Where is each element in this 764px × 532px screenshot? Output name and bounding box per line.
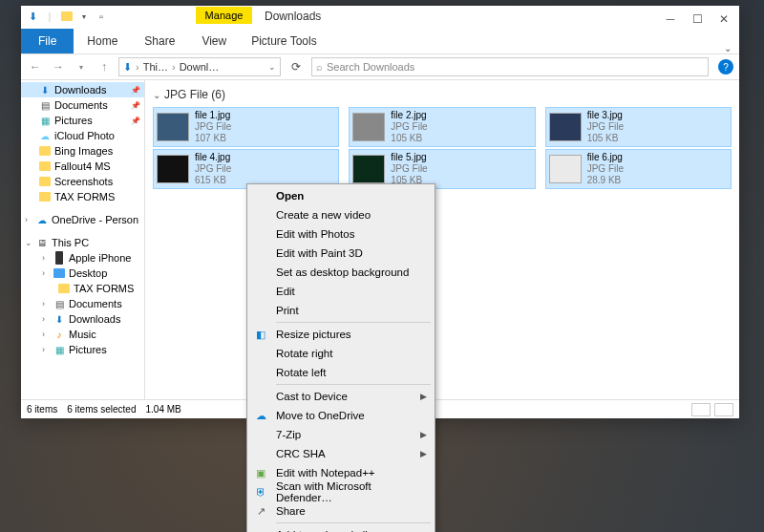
menu-item-edit-with-paint-3d[interactable]: Edit with Paint 3D [247, 244, 435, 263]
file-thumbnail [157, 113, 189, 141]
search-box[interactable]: ⌕ Search Downloads [311, 57, 709, 76]
ribbon-expand-icon[interactable]: ⌄ [716, 43, 739, 53]
menu-item-edit[interactable]: Edit [247, 282, 435, 301]
folder-icon[interactable] [59, 9, 74, 24]
sidebar-item-label: Bing Images [54, 145, 113, 157]
up-button[interactable]: ↑ [96, 58, 113, 75]
npp-icon: ▣ [253, 465, 268, 480]
onedrive-icon: ☁ [253, 408, 268, 423]
menu-item-create-a-new-video[interactable]: Create a new video [247, 205, 435, 224]
file-item[interactable]: file 1.jpgJPG File107 KB [153, 107, 339, 147]
menu-item-open[interactable]: Open [247, 186, 435, 205]
breadcrumb-item[interactable]: Thi… [143, 61, 168, 73]
sidebar-item-fallout4-ms[interactable]: Fallout4 MS [21, 159, 144, 174]
file-item[interactable]: file 3.jpgJPG File105 KB [545, 107, 732, 147]
file-size: 105 KB [587, 133, 624, 144]
chevron-icon: › [42, 299, 50, 309]
menu-item-share[interactable]: ↗Share [247, 501, 435, 521]
sidebar-item-downloads[interactable]: ›⬇Downloads [21, 311, 144, 327]
menu-item-label: Resize pictures [276, 329, 351, 340]
sidebar-item-music[interactable]: ›♪Music [21, 327, 144, 342]
context-menu: OpenCreate a new videoEdit with PhotosEd… [246, 183, 435, 532]
file-meta: file 4.jpgJPG File615 KB [195, 152, 231, 186]
chevron-down-icon: ⌄ [153, 90, 160, 100]
menu-item-label: Print [276, 305, 299, 316]
pic-icon: ▦ [38, 114, 52, 127]
qat-overflow-icon[interactable]: ＝ [94, 9, 109, 24]
sidebar-item-pictures[interactable]: ›▦Pictures [21, 342, 144, 357]
menu-item-crc-sha[interactable]: CRC SHA▶ [247, 444, 435, 463]
menu-item-rotate-left[interactable]: Rotate left [247, 363, 435, 382]
file-meta: file 2.jpgJPG File105 KB [391, 110, 427, 144]
status-size: 1.04 MB [146, 404, 181, 415]
refresh-button[interactable]: ⟳ [286, 60, 306, 74]
sidebar-item-label: Downloads [69, 313, 120, 325]
sidebar-item-onedrive[interactable]: ›☁OneDrive - Person [21, 212, 144, 227]
menu-item-set-as-desktop-background[interactable]: Set as desktop background [247, 263, 435, 282]
file-thumbnail [549, 113, 582, 141]
search-icon: ⌕ [316, 61, 323, 73]
navigation-pane: ⬇Downloads📌▤Documents📌▦Pictures📌☁iCloud … [21, 80, 145, 399]
menu-item-print[interactable]: Print [247, 301, 435, 320]
sidebar-item-documents[interactable]: ▤Documents📌 [21, 97, 144, 113]
sidebar-item-screenshots[interactable]: Screenshots [21, 174, 144, 189]
folder-icon [57, 282, 71, 295]
submenu-arrow-icon: ▶ [420, 449, 427, 458]
file-item[interactable]: file 2.jpgJPG File105 KB [349, 107, 535, 147]
menu-item-label: Set as desktop background [276, 266, 409, 278]
menu-item-cast-to-device[interactable]: Cast to Device▶ [247, 387, 435, 406]
menu-item-edit-with-notepad[interactable]: ▣Edit with Notepad++ [247, 463, 435, 482]
details-view-button[interactable] [691, 403, 711, 416]
manage-tab[interactable]: Manage [196, 7, 253, 24]
sidebar-item-documents[interactable]: ›▤Documents [21, 296, 144, 311]
sidebar-item-desktop[interactable]: ›Desktop [21, 266, 144, 281]
file-item[interactable]: file 6.jpgJPG File28.9 KB [545, 149, 732, 189]
sidebar-item-bing-images[interactable]: Bing Images [21, 143, 144, 159]
menu-item-add-to-a-shared-album[interactable]: Add to a shared album▶ [247, 525, 435, 532]
sidebar-item-tax-forms[interactable]: TAX FORMS [21, 281, 144, 296]
breadcrumb-item[interactable]: Downl… [180, 61, 220, 73]
menu-separator [276, 322, 431, 323]
tab-share[interactable]: Share [131, 29, 188, 53]
sidebar-item-pictures[interactable]: ▦Pictures📌 [21, 113, 144, 128]
menu-item-edit-with-photos[interactable]: Edit with Photos [247, 224, 435, 244]
file-size: 105 KB [391, 133, 427, 144]
menu-item-scan-with-microsoft-defender[interactable]: ⛨Scan with Microsoft Defender… [247, 482, 435, 501]
status-selected-count: 6 items selected [67, 404, 136, 415]
sidebar-item-label: Fallout4 MS [54, 160, 111, 172]
tab-home[interactable]: Home [74, 29, 131, 53]
sidebar-item-icloud-photo[interactable]: ☁iCloud Photo [21, 128, 144, 143]
sidebar-item-downloads[interactable]: ⬇Downloads📌 [21, 82, 144, 97]
menu-item-resize-pictures[interactable]: ◧Resize pictures [247, 325, 435, 344]
forward-button[interactable]: → [50, 58, 67, 75]
menu-item-label: 7-Zip [276, 429, 301, 440]
address-bar[interactable]: ⬇ › Thi… › Downl… ⌄ [118, 57, 281, 76]
maximize-button[interactable]: ☐ [684, 10, 711, 29]
doc-icon: ▤ [53, 297, 66, 310]
close-button[interactable]: ✕ [711, 10, 737, 29]
qat-dropdown-icon[interactable]: ▾ [76, 9, 92, 24]
tab-picture-tools[interactable]: Picture Tools [238, 29, 329, 53]
menu-item-move-to-onedrive[interactable]: ☁Move to OneDrive [247, 406, 435, 425]
icloud-icon: ☁ [38, 129, 52, 142]
tiles-view-button[interactable] [714, 403, 733, 416]
minimize-button[interactable]: ─ [657, 10, 684, 29]
file-tab[interactable]: File [21, 29, 74, 53]
title-bar: ⬇ | ▾ ＝ [21, 6, 739, 27]
back-button[interactable]: ← [27, 58, 44, 75]
crumb-dropdown-icon[interactable]: ⌄ [268, 62, 276, 72]
group-header[interactable]: ⌄ JPG File (6) [153, 84, 732, 107]
chevron-icon: › [25, 215, 32, 224]
menu-item-label: Scan with Microsoft Defender… [276, 480, 427, 503]
help-button[interactable]: ? [718, 59, 733, 74]
tab-view[interactable]: View [188, 29, 240, 53]
quick-access-toolbar: ⬇ | ▾ ＝ [25, 9, 109, 24]
sidebar-item-apple-iphone[interactable]: ›Apple iPhone [21, 250, 144, 266]
menu-item-7-zip[interactable]: 7-Zip▶ [247, 425, 435, 444]
sidebar-item-tax-forms[interactable]: TAX FORMS [21, 189, 144, 204]
sidebar-item-this-pc[interactable]: ⌄🖥This PC [21, 235, 144, 250]
menu-item-rotate-right[interactable]: Rotate right [247, 344, 435, 363]
history-dropdown[interactable]: ▾ [73, 58, 90, 75]
file-type: JPG File [587, 163, 624, 175]
view-buttons [691, 403, 733, 416]
